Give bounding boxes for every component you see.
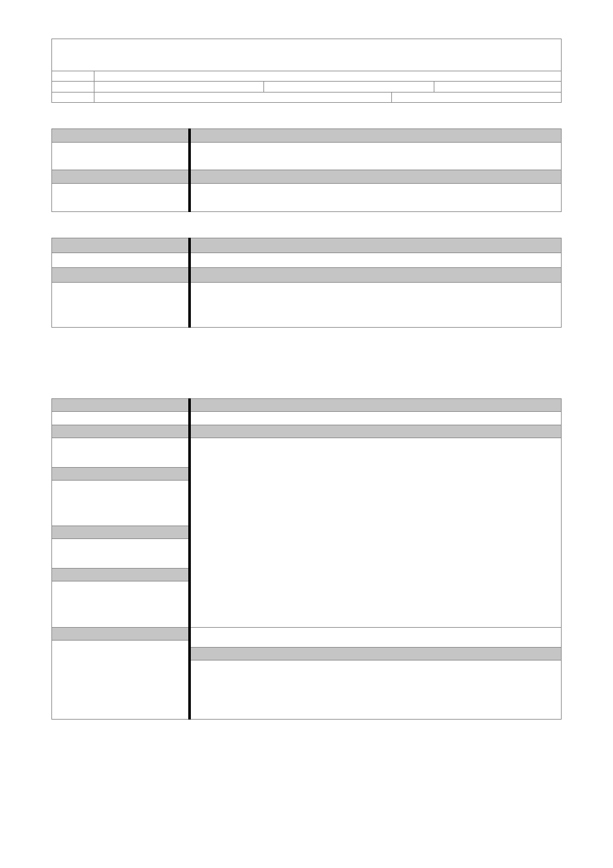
header-table <box>51 39 562 103</box>
t1-r3-c2 <box>94 82 264 93</box>
t2-r2-c2 <box>190 142 562 170</box>
t4-r2-c2 <box>190 412 562 425</box>
table-3 <box>51 238 562 328</box>
t4-nested-2 <box>191 628 561 719</box>
t2-r2-c1 <box>52 142 190 170</box>
t3-r4-c2 <box>190 283 562 328</box>
t1-r3-c3 <box>264 82 434 93</box>
t4-r3-c1 <box>52 425 190 438</box>
table-4 <box>51 398 562 720</box>
t4-r1-c1 <box>52 399 190 412</box>
t3-r1-c1 <box>52 238 190 253</box>
t4-r5-c1 <box>52 467 190 480</box>
t1-r4-c3 <box>391 92 561 103</box>
t4n2-r3 <box>191 660 561 719</box>
t3-r4-c1 <box>52 283 190 328</box>
t2-r1-c2 <box>190 129 562 143</box>
t4-r10-c1 <box>52 581 190 627</box>
table-2 <box>51 128 562 212</box>
t4-r4-c1 <box>52 438 190 467</box>
t2-r3-c1 <box>52 170 190 184</box>
t4-r2-c1 <box>52 412 190 425</box>
t1-r2-c2 <box>94 71 562 82</box>
t3-r3-c1 <box>52 268 190 283</box>
t1-r2-c1 <box>52 71 94 82</box>
t4-r1-c2 <box>190 399 562 412</box>
t2-r3-c2 <box>190 170 562 184</box>
t4-r11-c1 <box>52 627 190 640</box>
t4-r12-c1 <box>52 641 190 720</box>
t3-r1-c2 <box>190 238 562 253</box>
t4-r11-c2 <box>190 627 562 719</box>
t4-r8-c1 <box>52 539 190 569</box>
t3-r3-c2 <box>190 268 562 283</box>
t3-r2-c2 <box>190 253 562 268</box>
t4-r9-c1 <box>52 569 190 581</box>
t2-r1-c1 <box>52 129 190 143</box>
t4-r3-c2 <box>190 425 562 438</box>
t3-r2-c1 <box>52 253 190 268</box>
t1-r3-c4 <box>434 82 561 93</box>
t1-r3-c1 <box>52 82 94 93</box>
t4n2-r2 <box>191 647 561 660</box>
t1-r4-c1 <box>52 92 94 103</box>
t4n2-r1 <box>191 628 561 648</box>
t2-r4-c2 <box>190 184 562 212</box>
t4-r7-c1 <box>52 526 190 539</box>
header-title <box>52 39 562 71</box>
t1-r4-c2 <box>94 92 392 103</box>
t4-merged-right <box>190 438 562 627</box>
t4-r6-c1 <box>52 480 190 526</box>
t2-r4-c1 <box>52 184 190 212</box>
